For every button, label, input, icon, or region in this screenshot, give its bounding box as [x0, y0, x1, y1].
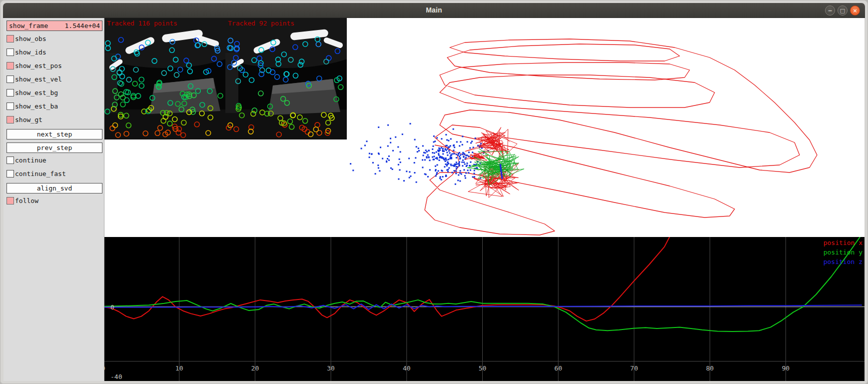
x-tick-label: 70: [624, 364, 644, 372]
sidebar-checkbox-continue_fast[interactable]: continue_fast: [6, 170, 102, 178]
sidebar-checkbox-show_ids[interactable]: show_ids: [6, 48, 102, 56]
next_step-button[interactable]: next_step: [6, 129, 102, 140]
y-tick-label: 0: [110, 304, 114, 311]
show-frame-field[interactable]: show_frame 1.544e+04: [6, 20, 102, 31]
checkbox-checked-icon[interactable]: [6, 197, 14, 204]
plot-legend: position x position y position z: [824, 238, 863, 266]
show-frame-value: 1.544e+04: [65, 22, 100, 30]
checkbox-label: show_est_vel: [15, 76, 62, 83]
camera-left-image: [104, 18, 225, 140]
main-window: Main − □ × show_frame 1.544e+04 show_obs…: [0, 0, 868, 384]
sidebar-checkbox-show_est_pos[interactable]: show_est_pos: [6, 62, 102, 70]
checkbox-label: show_est_pos: [15, 62, 62, 70]
content-area: show_frame 1.544e+04 show_obsshow_idssho…: [3, 18, 865, 381]
legend-position-y: position y: [824, 248, 863, 257]
tracked-points-label-right: Tracked 92 points: [228, 20, 294, 27]
maximize-icon: □: [838, 6, 847, 15]
x-tick-label: 30: [321, 364, 341, 372]
align_svd-button[interactable]: align_svd: [6, 183, 102, 194]
landmark-point-cloud: [350, 123, 424, 182]
minimize-icon: −: [826, 6, 835, 15]
checkbox-label: show_est_bg: [15, 89, 58, 96]
show-frame-label: show_frame: [9, 22, 48, 30]
sidebar-checkbox-show_est_vel[interactable]: show_est_vel: [6, 75, 102, 83]
sidebar-checkbox-show_est_ba[interactable]: show_est_ba: [6, 102, 102, 110]
position-plot[interactable]: position x position y position z 0102030…: [104, 237, 865, 381]
checkbox-label: show_obs: [15, 35, 46, 42]
checkbox-checked-icon[interactable]: [6, 35, 14, 42]
sidebar-items: show_obsshow_idsshow_est_posshow_est_vel…: [6, 34, 102, 204]
sidebar-checkbox-show_obs[interactable]: show_obs: [6, 34, 102, 42]
x-tick-label: 50: [473, 364, 493, 372]
window-title: Main: [3, 6, 865, 14]
x-tick-label: 0: [104, 364, 113, 372]
sidebar-checkbox-continue[interactable]: continue: [6, 156, 102, 164]
close-button[interactable]: ×: [850, 6, 860, 16]
checkbox-label: follow: [15, 197, 38, 204]
legend-position-x: position x: [824, 238, 863, 248]
minimize-button[interactable]: −: [825, 6, 835, 16]
sidebar-checkbox-show_est_bg[interactable]: show_est_bg: [6, 88, 102, 96]
x-tick-label: 80: [700, 364, 720, 372]
camera-right-image: [225, 18, 347, 140]
plot-canvas: [104, 237, 865, 381]
checkbox-label: show_ids: [15, 48, 46, 56]
x-tick-label: 90: [776, 364, 796, 372]
close-icon: ×: [851, 6, 860, 15]
checkbox-checked-icon[interactable]: [6, 62, 14, 70]
checkbox-label: show_gt: [15, 116, 42, 124]
x-tick-label: 10: [169, 364, 189, 372]
legend-position-z: position z: [824, 257, 863, 266]
sidebar-checkbox-follow[interactable]: follow: [6, 196, 102, 204]
checkbox-label: continue_fast: [15, 170, 66, 178]
checkbox-unchecked-icon[interactable]: [6, 170, 14, 178]
sidebar-checkbox-show_gt[interactable]: show_gt: [6, 116, 102, 124]
x-tick-label: 40: [397, 364, 417, 372]
camera-feed-left[interactable]: Tracked 116 points: [104, 18, 225, 140]
control-sidebar: show_frame 1.544e+04 show_obsshow_idssho…: [3, 18, 104, 381]
tracked-points-label-left: Tracked 116 points: [107, 20, 177, 27]
checkbox-label: continue: [15, 156, 46, 164]
prev_step-button[interactable]: prev_step: [6, 142, 102, 153]
titlebar[interactable]: Main − □ ×: [3, 3, 865, 18]
checkbox-checked-icon[interactable]: [6, 116, 14, 124]
checkbox-unchecked-icon[interactable]: [6, 76, 14, 83]
camera-feed-right[interactable]: Tracked 92 points: [225, 18, 347, 140]
checkbox-unchecked-icon[interactable]: [6, 89, 14, 96]
window-controls: − □ ×: [825, 6, 860, 16]
checkbox-unchecked-icon[interactable]: [6, 48, 14, 56]
checkbox-unchecked-icon[interactable]: [6, 156, 14, 164]
maximize-button[interactable]: □: [838, 6, 848, 16]
x-tick-label: 60: [548, 364, 568, 372]
series-position-x: [104, 237, 670, 321]
checkbox-unchecked-icon[interactable]: [6, 102, 14, 110]
x-tick-label: 20: [245, 364, 265, 372]
y-tick-label: -40: [110, 373, 122, 380]
checkbox-label: show_est_ba: [15, 102, 58, 110]
